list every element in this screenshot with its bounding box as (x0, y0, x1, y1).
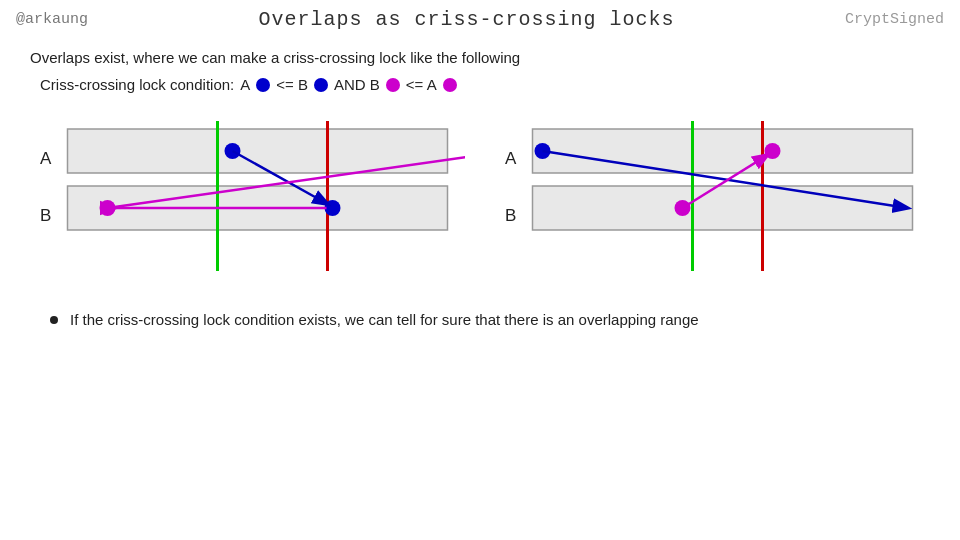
diagram-left-svg (40, 111, 465, 281)
condition-label: Criss-crossing lock condition: (40, 76, 234, 93)
diagram-right: A B (505, 111, 930, 281)
header-left: @arkaung (16, 11, 88, 28)
diagrams-row: A B (30, 111, 930, 281)
bullet-section: If the criss-crossing lock condition exi… (30, 311, 930, 328)
header-right: CryptSigned (845, 11, 944, 28)
svg-rect-11 (533, 129, 913, 173)
dot-magenta-b (386, 78, 400, 92)
condition-and: AND B (334, 76, 380, 93)
svg-rect-12 (533, 186, 913, 230)
svg-rect-0 (68, 129, 448, 173)
header: @arkaung Overlaps as criss-crossing lock… (0, 0, 960, 39)
dot-magenta-a (443, 78, 457, 92)
bullet-dot-icon (50, 316, 58, 324)
main-content: Overlaps exist, where we can make a cris… (0, 39, 960, 338)
diagram-right-svg (505, 111, 930, 281)
diagram-left: A B (40, 111, 465, 281)
condition-a-text: A (240, 76, 250, 93)
dot-blue-b (314, 78, 328, 92)
bullet-item: If the criss-crossing lock condition exi… (50, 311, 930, 328)
condition-lte-a: <= A (406, 76, 437, 93)
condition-lte-b: <= B (276, 76, 308, 93)
intro-text: Overlaps exist, where we can make a cris… (30, 49, 930, 66)
condition-line: Criss-crossing lock condition: A <= B AN… (30, 76, 930, 93)
header-title: Overlaps as criss-crossing locks (258, 8, 674, 31)
bullet-text: If the criss-crossing lock condition exi… (70, 311, 699, 328)
dot-blue-a (256, 78, 270, 92)
